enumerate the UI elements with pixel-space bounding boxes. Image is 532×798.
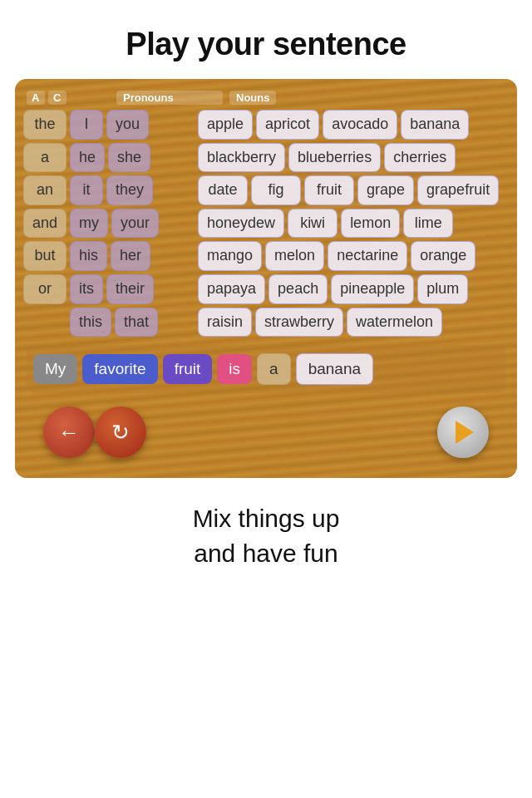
chip-noun-nectarine[interactable]: nectarine bbox=[328, 241, 407, 271]
pronoun-row-6: its their bbox=[70, 274, 195, 304]
header: Play your sentence bbox=[0, 0, 532, 79]
chip-pronoun-you[interactable]: you bbox=[106, 110, 149, 140]
col-label-c: C bbox=[48, 91, 66, 105]
chip-noun-blueberries[interactable]: blueberries bbox=[288, 143, 381, 173]
noun-row-1: apple apricot avocado banana bbox=[198, 110, 509, 140]
chip-pronoun-they[interactable]: they bbox=[106, 175, 153, 205]
chip-noun-apricot[interactable]: apricot bbox=[256, 110, 319, 140]
word-grid: the a an and but or I you he she it bbox=[23, 108, 509, 338]
page-title: Play your sentence bbox=[17, 27, 515, 62]
sentence-chip-favorite[interactable]: favorite bbox=[82, 354, 157, 384]
chip-article-the[interactable]: the bbox=[23, 110, 66, 140]
noun-row-4: honeydew kiwi lemon lime bbox=[198, 209, 509, 239]
noun-row-5: mango melon nectarine orange bbox=[198, 241, 509, 271]
pronoun-row-3: it they bbox=[70, 175, 195, 205]
footer-line1: Mix things up bbox=[17, 501, 515, 536]
chip-noun-melon[interactable]: melon bbox=[265, 241, 324, 271]
chip-noun-date[interactable]: date bbox=[198, 175, 248, 205]
chip-noun-banana[interactable]: banana bbox=[401, 110, 469, 140]
main-board: A C Pronouns Nouns the a an and but or I… bbox=[15, 79, 517, 478]
chip-noun-grape[interactable]: grape bbox=[357, 175, 414, 205]
col-headers: A C Pronouns Nouns bbox=[23, 89, 509, 108]
noun-row-6: papaya peach pineapple plum bbox=[198, 274, 509, 304]
noun-row-3: date fig fruit grape grapefruit bbox=[198, 175, 509, 205]
wood-surface: A C Pronouns Nouns the a an and but or I… bbox=[15, 79, 517, 478]
chip-article-and[interactable]: and bbox=[23, 209, 66, 239]
chip-noun-avocado[interactable]: avocado bbox=[323, 110, 397, 140]
chip-pronoun-your[interactable]: your bbox=[111, 209, 159, 239]
chip-noun-fruit[interactable]: fruit bbox=[304, 175, 354, 205]
col-articles: the a an and but or bbox=[23, 110, 66, 337]
col-label-pronouns: Pronouns bbox=[116, 91, 223, 105]
chip-pronoun-he[interactable]: he bbox=[70, 143, 105, 173]
chip-pronoun-I[interactable]: I bbox=[70, 110, 103, 140]
noun-row-2: blackberry blueberries cherries bbox=[198, 143, 509, 173]
sentence-chip-banana[interactable]: banana bbox=[296, 353, 373, 385]
sentence-chip-my[interactable]: My bbox=[33, 354, 77, 384]
chip-noun-lime[interactable]: lime bbox=[403, 209, 453, 239]
chip-noun-lemon[interactable]: lemon bbox=[341, 209, 400, 239]
col-header-ac: A C bbox=[27, 91, 116, 105]
chip-noun-pineapple[interactable]: pineapple bbox=[331, 274, 414, 304]
chip-noun-plum[interactable]: plum bbox=[417, 274, 468, 304]
pronoun-row-1: I you bbox=[70, 110, 195, 140]
chip-pronoun-this[interactable]: this bbox=[70, 308, 111, 337]
chip-pronoun-its[interactable]: its bbox=[70, 274, 103, 304]
chip-pronoun-that[interactable]: that bbox=[115, 308, 158, 337]
chip-pronoun-my[interactable]: my bbox=[70, 209, 108, 239]
noun-row-7: raisin strawberry watermelon bbox=[198, 308, 509, 337]
footer: Mix things up and have fun bbox=[0, 478, 532, 596]
chip-article-an[interactable]: an bbox=[23, 175, 66, 205]
chip-pronoun-their[interactable]: their bbox=[106, 274, 154, 304]
sentence-chip-is[interactable]: is bbox=[217, 354, 252, 384]
pronoun-row-4: my your bbox=[70, 209, 195, 239]
chip-noun-kiwi[interactable]: kiwi bbox=[288, 209, 337, 239]
chip-noun-apple[interactable]: apple bbox=[198, 110, 253, 140]
chip-noun-peach[interactable]: peach bbox=[268, 274, 328, 304]
chip-noun-raisin[interactable]: raisin bbox=[198, 308, 252, 337]
chip-article-or[interactable]: or bbox=[23, 274, 66, 304]
chip-noun-grapefruit[interactable]: grapefruit bbox=[417, 175, 499, 205]
col-nouns: apple apricot avocado banana blackberry … bbox=[198, 110, 509, 337]
chip-noun-strawberry[interactable]: strawberry bbox=[255, 308, 343, 337]
chip-noun-papaya[interactable]: papaya bbox=[198, 274, 265, 304]
chip-noun-honeydew[interactable]: honeydew bbox=[198, 209, 284, 239]
chip-noun-blackberry[interactable]: blackberry bbox=[198, 143, 285, 173]
refresh-button[interactable]: ↻ bbox=[95, 406, 146, 458]
back-button[interactable]: ← bbox=[43, 406, 95, 458]
chip-noun-fig[interactable]: fig bbox=[251, 175, 301, 205]
chip-pronoun-her[interactable]: her bbox=[111, 241, 150, 271]
chip-pronoun-it[interactable]: it bbox=[70, 175, 103, 205]
pronoun-row-5: his her bbox=[70, 241, 195, 271]
chip-noun-orange[interactable]: orange bbox=[411, 241, 475, 271]
col-label-a: A bbox=[27, 91, 45, 105]
chip-article-but[interactable]: but bbox=[23, 241, 66, 271]
pronoun-row-7: this that bbox=[70, 308, 195, 337]
footer-line2: and have fun bbox=[17, 536, 515, 571]
controls: ← ↻ bbox=[23, 398, 509, 470]
play-button[interactable] bbox=[437, 406, 489, 458]
chip-pronoun-his[interactable]: his bbox=[70, 241, 107, 271]
col-pronouns: I you he she it they my your his her bbox=[70, 110, 195, 337]
chip-article-a[interactable]: a bbox=[23, 143, 66, 173]
chip-noun-cherries[interactable]: cherries bbox=[384, 143, 456, 173]
col-label-nouns: Nouns bbox=[229, 91, 276, 105]
chip-noun-watermelon[interactable]: watermelon bbox=[347, 308, 442, 337]
sentence-chip-fruit[interactable]: fruit bbox=[163, 354, 213, 384]
chip-noun-mango[interactable]: mango bbox=[198, 241, 262, 271]
sentence-chip-a[interactable]: a bbox=[257, 353, 291, 385]
pronoun-row-2: he she bbox=[70, 143, 195, 173]
sentence-area: My favorite fruit is a banana bbox=[27, 345, 505, 393]
chip-pronoun-she[interactable]: she bbox=[108, 143, 150, 173]
